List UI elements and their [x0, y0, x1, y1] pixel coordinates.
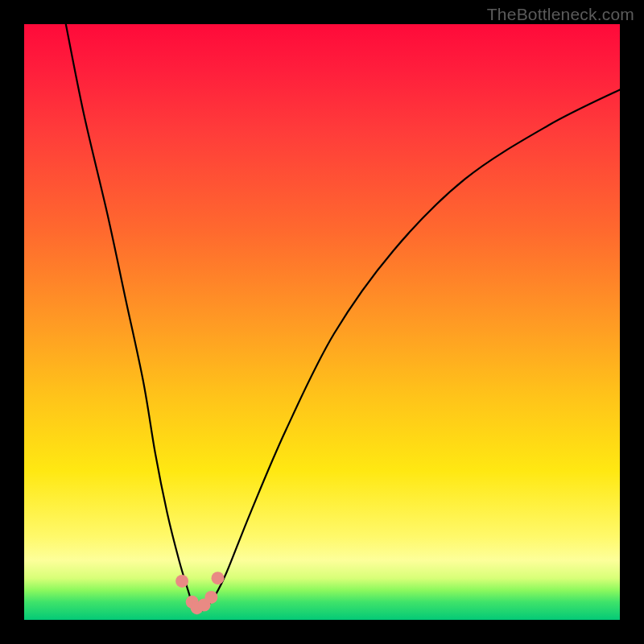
- trough-marker: [175, 575, 188, 588]
- chart-plot-area: [24, 24, 620, 620]
- watermark-text: TheBottleneck.com: [487, 5, 634, 24]
- bottleneck-curve-path: [66, 24, 620, 611]
- trough-marker: [212, 572, 225, 584]
- bottleneck-curve-svg: [24, 24, 620, 620]
- trough-marker: [204, 591, 217, 604]
